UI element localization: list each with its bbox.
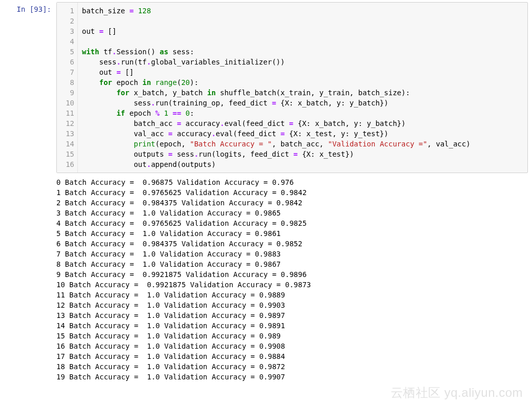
- output-cell: 0 Batch Accuracy = 0.96875 Validation Ac…: [0, 173, 532, 386]
- line-number: 2: [57, 16, 74, 26]
- code-line[interactable]: batch_acc = accuracy.eval(feed_dict = {X…: [82, 118, 523, 129]
- code-line[interactable]: sess.run(tf.global_variables_initializer…: [82, 57, 523, 67]
- code-line[interactable]: out = []: [82, 67, 523, 77]
- line-number-gutter: 12345678910111213141516: [57, 3, 78, 173]
- line-number: 16: [57, 159, 74, 169]
- code-line[interactable]: for x_batch, y_batch in shuffle_batch(x_…: [82, 88, 523, 98]
- code-line[interactable]: out.append(outputs): [82, 159, 523, 169]
- line-number: 12: [57, 118, 74, 129]
- stdout-output: 0 Batch Accuracy = 0.96875 Validation Ac…: [56, 173, 532, 386]
- line-number: 10: [57, 98, 74, 108]
- line-number: 15: [57, 149, 74, 159]
- code-editor[interactable]: batch_size = 128 out = [] with tf.Sessio…: [78, 3, 527, 173]
- code-line[interactable]: if epoch % 1 == 0:: [82, 108, 523, 118]
- line-number: 3: [57, 26, 74, 36]
- watermark: 云栖社区 yq.aliyun.com: [391, 385, 523, 386]
- line-number: 13: [57, 129, 74, 139]
- line-number: 4: [57, 36, 74, 47]
- line-number: 6: [57, 57, 74, 67]
- line-number: 5: [57, 47, 74, 57]
- input-prompt: In [93]:: [0, 2, 56, 173]
- line-number: 14: [57, 139, 74, 149]
- line-number: 11: [57, 108, 74, 118]
- code-cell: In [93]: 12345678910111213141516 batch_s…: [0, 0, 532, 173]
- line-number: 9: [57, 88, 74, 98]
- line-number: 1: [57, 6, 74, 16]
- code-input-area[interactable]: 12345678910111213141516 batch_size = 128…: [56, 2, 528, 173]
- code-line[interactable]: [82, 36, 523, 47]
- code-line[interactable]: [82, 16, 523, 26]
- code-line[interactable]: out = []: [82, 26, 523, 36]
- code-line[interactable]: with tf.Session() as sess:: [82, 47, 523, 57]
- code-line[interactable]: sess.run(training_op, feed_dict = {X: x_…: [82, 98, 523, 108]
- output-prompt: [0, 173, 56, 386]
- code-line[interactable]: batch_size = 128: [82, 6, 523, 16]
- line-number: 8: [57, 77, 74, 88]
- code-line[interactable]: val_acc = accuracy.eval(feed_dict = {X: …: [82, 129, 523, 139]
- code-line[interactable]: print(epoch, "Batch Accuracy = ", batch_…: [82, 139, 523, 149]
- code-line[interactable]: outputs = sess.run(logits, feed_dict = {…: [82, 149, 523, 159]
- code-line[interactable]: for epoch in range(20):: [82, 77, 523, 88]
- line-number: 7: [57, 67, 74, 77]
